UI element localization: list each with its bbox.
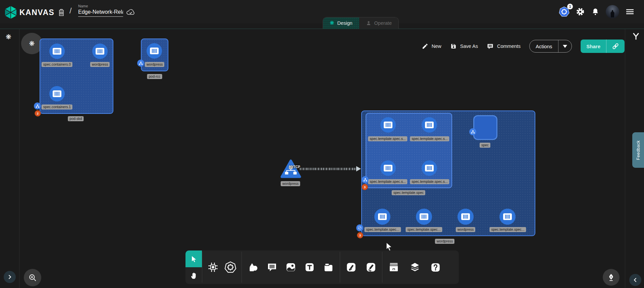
save-as-button-label: Save As (460, 44, 478, 49)
meshery-spinner-icon[interactable]: ❋ (6, 33, 11, 41)
pen-nib-icon (607, 273, 615, 282)
layers-button[interactable] (409, 262, 421, 273)
group-label-pod-rcc: pod-rcc (147, 74, 162, 79)
drawer-icon (388, 262, 400, 273)
vector-pen-icon (345, 262, 357, 273)
collapse-right-panel-button[interactable] (629, 274, 641, 286)
header-right-icons: 1 (559, 5, 635, 19)
text-tool-button[interactable] (304, 262, 315, 273)
design-name-field[interactable]: Name Edge-Network-Relatio (78, 4, 123, 17)
node-label: wordpress (90, 62, 110, 67)
cursor-arrow-icon (190, 255, 198, 263)
kubernetes-components-button[interactable] (224, 261, 236, 273)
template-count-badge[interactable]: 3 (362, 184, 368, 190)
comments-button[interactable]: Comments (487, 43, 521, 50)
node-label: spec.template.spec.s... (410, 136, 449, 141)
ink-pen-button[interactable] (603, 269, 620, 286)
service-edge[interactable] (300, 168, 357, 170)
share-split-button[interactable]: Share (581, 40, 625, 53)
template-relationship-badge[interactable] (362, 176, 369, 183)
mouse-cursor (385, 242, 394, 253)
help-button[interactable] (430, 262, 441, 273)
node-label: spec.template.spec.s... (368, 179, 407, 184)
node-template-container[interactable] (380, 117, 396, 133)
node-spec-containers-0[interactable] (49, 44, 65, 59)
name-field-label: Name (78, 4, 123, 8)
spec-relationship-badge[interactable] (469, 128, 476, 135)
share-button-label[interactable]: Share (581, 44, 606, 49)
node-template-container[interactable] (380, 160, 396, 176)
pan-tool-button[interactable] (185, 267, 202, 284)
select-tool-button[interactable] (185, 250, 202, 267)
node-template-container[interactable] (422, 160, 437, 176)
pod-relationship-badge[interactable] (137, 60, 144, 67)
kanvas-logo-icon (5, 6, 17, 19)
organization-icon[interactable] (57, 8, 66, 17)
canvas-top-border (0, 28, 644, 29)
comment-tool-button[interactable] (267, 262, 277, 273)
pod-relationship-badge[interactable] (34, 102, 41, 110)
pointer-tool-column (185, 250, 202, 284)
mode-tabbar: ❋ Design Operate (323, 17, 399, 29)
hand-icon (190, 272, 198, 280)
node-wordpress-container[interactable] (92, 44, 108, 59)
node-wordpress-container[interactable] (147, 43, 162, 59)
text-icon (304, 262, 315, 273)
node-template-container[interactable] (374, 209, 390, 225)
kanvas-logo[interactable]: KANVAS (5, 6, 54, 19)
draw-group (340, 250, 382, 284)
node-wordpress-container[interactable] (458, 209, 474, 225)
comment-icon (487, 43, 494, 50)
actions-button-label[interactable]: Actions (530, 44, 558, 49)
yaml-panel-icon[interactable] (632, 32, 640, 42)
actions-split-button[interactable]: Actions (529, 40, 572, 53)
copy-link-icon[interactable] (606, 42, 625, 50)
avatar[interactable] (606, 5, 619, 18)
group-spec-template-spec[interactable] (366, 113, 452, 188)
settings-gear-icon[interactable] (576, 7, 585, 16)
feedback-label: Feedback (636, 140, 641, 160)
component-library-button[interactable] (207, 262, 219, 273)
hamburger-menu-icon[interactable] (625, 8, 635, 16)
layers-icon (409, 262, 421, 273)
node-spec[interactable] (473, 115, 497, 140)
shapes-button[interactable] (248, 262, 259, 273)
expand-left-panel-button[interactable] (4, 271, 16, 283)
network-icon (139, 61, 143, 65)
deployment-relationship-badge[interactable] (356, 224, 363, 231)
kubernetes-context-icon[interactable]: 1 (559, 6, 570, 17)
new-button[interactable]: New (422, 43, 441, 50)
freehand-draw-button[interactable] (365, 262, 377, 273)
shapes-icon (248, 262, 259, 273)
container-icon (424, 164, 434, 172)
logo-text: KANVAS (19, 8, 54, 17)
node-label: spec.template.spec... (406, 227, 442, 232)
component-group (202, 250, 241, 284)
node-label: spec.template.spec... (364, 227, 401, 232)
container-icon (461, 213, 471, 221)
edge-arrowhead-icon (356, 166, 361, 171)
image-tool-button[interactable] (285, 262, 297, 273)
zoom-button[interactable] (24, 269, 41, 286)
container-icon (377, 213, 387, 221)
actions-dropdown-caret[interactable] (558, 45, 572, 48)
node-spec-containers-1[interactable] (49, 86, 65, 101)
archive-drawer-button[interactable] (388, 262, 400, 273)
tab-operate[interactable]: Operate (359, 17, 398, 29)
sticky-note-button[interactable] (323, 262, 334, 273)
pen-tool-button[interactable] (345, 262, 357, 273)
container-icon (95, 47, 105, 55)
sticky-note-icon (323, 262, 334, 273)
node-service-wordpress[interactable] (280, 159, 301, 180)
save-as-button[interactable]: Save As (450, 43, 478, 50)
pod-skd-count-badge[interactable]: 2 (35, 110, 41, 117)
node-template-container[interactable] (416, 209, 432, 225)
notifications-bell-icon[interactable] (591, 7, 600, 16)
feedback-tab[interactable]: Feedback (632, 132, 644, 168)
deployment-count-badge[interactable]: 3 (357, 232, 363, 238)
design-name-value[interactable]: Edge-Network-Relatio (78, 8, 123, 17)
node-template-container[interactable] (422, 117, 437, 133)
node-template-container[interactable] (499, 209, 516, 225)
design-spiral-icon: ❋ (330, 20, 334, 26)
tab-design[interactable]: ❋ Design (323, 17, 359, 29)
